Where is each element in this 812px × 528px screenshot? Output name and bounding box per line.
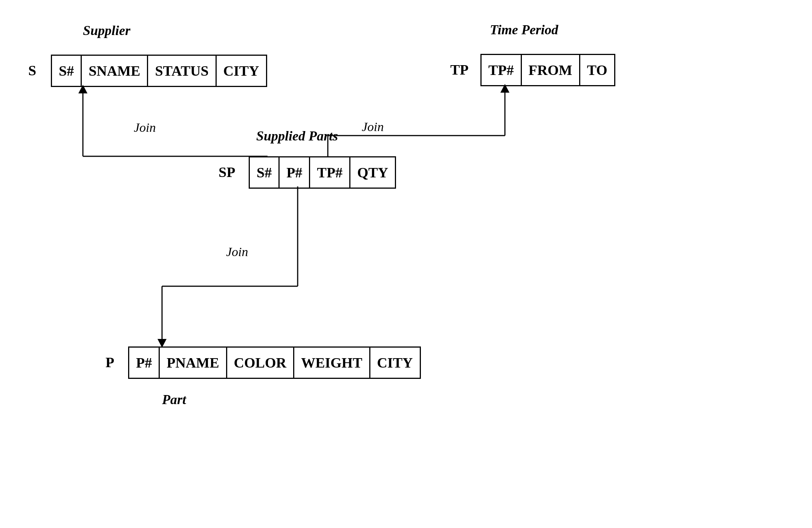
diagram: Supplier S S# SNAME STATUS CITY Time Per… [0, 0, 812, 528]
supplier-field-sname: SNAME [82, 56, 148, 86]
sp-field-p#: P# [280, 157, 310, 188]
join-label-timeperiod: Join [362, 120, 384, 134]
part-field-weight: WEIGHT [294, 348, 370, 378]
timeperiod-label: Time Period [490, 22, 558, 38]
sp-field-tp#: TP# [310, 157, 350, 188]
timeperiod-table: TP# FROM TO [480, 54, 615, 86]
part-field-p#: P# [129, 348, 160, 378]
part-field-color: COLOR [227, 348, 294, 378]
supplier-field-city: CITY [217, 56, 266, 86]
sp-field-qty: QTY [350, 157, 395, 188]
suppliedparts-table: S# P# TP# QTY [249, 156, 396, 189]
suppliedparts-alias: SP [219, 164, 235, 180]
timeperiod-field-to: TO [580, 55, 614, 85]
part-table: P# PNAME COLOR WEIGHT CITY [128, 346, 421, 379]
timeperiod-field-tp#: TP# [482, 55, 522, 85]
supplier-label: Supplier [83, 23, 130, 38]
suppliedparts-label: Supplied Parts [256, 128, 338, 144]
join-label-part: Join [226, 245, 248, 259]
timeperiod-field-from: FROM [522, 55, 580, 85]
timeperiod-alias: TP [450, 61, 469, 78]
supplier-field-status: STATUS [148, 56, 216, 86]
part-alias: P [106, 354, 114, 371]
sp-field-s#: S# [250, 157, 280, 188]
supplier-table: S# SNAME STATUS CITY [51, 55, 267, 87]
join-label-supplier: Join [134, 121, 156, 135]
supplier-field-s#: S# [52, 56, 82, 86]
part-field-city: CITY [370, 348, 420, 378]
supplier-alias: S [28, 62, 36, 79]
part-label: Part [162, 392, 186, 407]
part-field-pname: PNAME [160, 348, 227, 378]
